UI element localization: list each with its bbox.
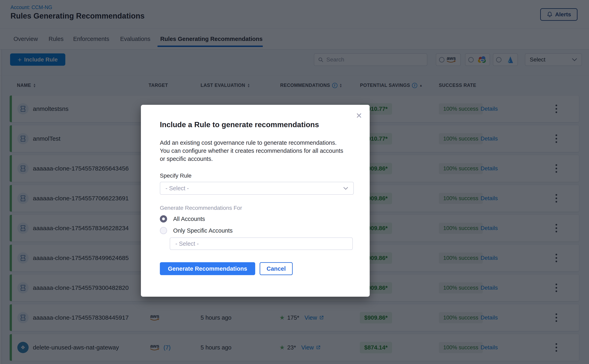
generate-for-label: Generate Recommendations For	[160, 205, 242, 211]
cancel-button[interactable]: Cancel	[260, 262, 293, 275]
radio-selected-icon	[160, 215, 167, 222]
accounts-select-input[interactable]: - Select -	[170, 237, 353, 250]
radio-all-accounts-label: All Accounts	[173, 216, 205, 222]
radio-all-accounts[interactable]: All Accounts	[160, 215, 205, 222]
include-rule-modal: ✕ Include a Rule to generate recommendat…	[141, 105, 370, 297]
modal-title: Include a Rule to generate recommendatio…	[160, 121, 319, 129]
radio-unselected-icon	[160, 227, 167, 234]
radio-only-specific-accounts-label: Only Specific Accounts	[173, 227, 233, 234]
chevron-down-icon	[343, 187, 348, 190]
app-root: Account: CCM-NG Rules Generating Recomme…	[0, 0, 589, 364]
accounts-select-placeholder: - Select -	[175, 240, 199, 247]
radio-only-specific-accounts[interactable]: Only Specific Accounts	[160, 227, 233, 234]
specify-rule-label: Specify Rule	[160, 173, 192, 179]
modal-description: Add an existing cost governance rule to …	[160, 139, 344, 163]
rule-select-placeholder: - Select -	[166, 185, 189, 192]
rule-select-dropdown[interactable]: - Select -	[160, 182, 354, 195]
close-icon[interactable]: ✕	[354, 111, 364, 121]
generate-recommendations-button[interactable]: Generate Recommendations	[160, 262, 255, 275]
